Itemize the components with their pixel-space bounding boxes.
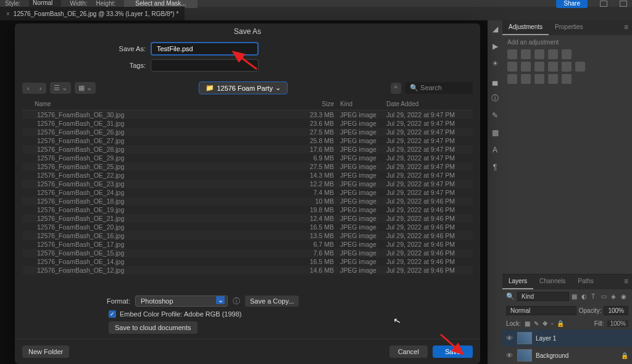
adj-exposure-icon[interactable] [548,49,558,59]
file-row[interactable]: 12576_FoamBash_OE_29.jpg6.9 MBJPEG image… [22,154,473,162]
play-icon[interactable]: ▶ [490,41,500,51]
cancel-button[interactable]: Cancel [389,345,428,358]
forward-icon[interactable]: › [35,83,47,94]
adjustments-tab[interactable]: Adjustments [502,20,549,35]
adj-gradient-icon[interactable] [548,74,558,84]
visibility-icon[interactable]: 👁 [506,352,514,359]
file-row[interactable]: 12576_FoamBash_OE_17.jpg6.7 MBJPEG image… [22,240,473,249]
file-row[interactable]: 12576_FoamBash_OE_23.jpg12.2 MBJPEG imag… [22,180,473,188]
info-icon[interactable]: ⓘ [490,93,500,103]
adj-invert-icon[interactable] [507,74,517,84]
adj-mixer-icon[interactable] [562,62,572,72]
layer-item-background[interactable]: 👁 Background 🔒 [502,347,632,364]
col-kind[interactable]: Kind [334,101,386,107]
visibility-icon[interactable]: 👁 [506,334,514,342]
panel-menu-icon[interactable]: ≡ [620,20,632,35]
search-icon[interactable]: 🔍 [506,292,515,300]
adj-vibrance-icon[interactable] [562,49,572,59]
adj-hue-icon[interactable] [507,62,517,72]
file-row[interactable]: 12576_FoamBash_OE_30.jpg23.3 MBJPEG imag… [22,110,473,119]
format-select[interactable]: Photoshop [135,296,228,307]
file-row[interactable]: 12576_FoamBash_OE_16.jpg13.5 MBJPEG imag… [22,231,473,240]
file-row[interactable]: 12576_FoamBash_OE_25.jpg27.5 MBJPEG imag… [22,162,473,171]
share-button[interactable]: Share [556,0,588,8]
file-row[interactable]: 12576_FoamBash_OE_15.jpg7.6 MBJPEG image… [22,249,473,257]
window-icon-2[interactable] [620,1,627,7]
brush-icon[interactable]: ✎ [490,110,500,120]
file-row[interactable]: 12576_FoamBash_OE_20.jpg16.5 MBJPEG imag… [22,223,473,231]
save-cloud-button[interactable]: Save to cloud documents [109,321,198,334]
layer-thumbnail[interactable] [517,332,532,344]
col-size[interactable]: Size [291,101,334,107]
fill-select[interactable]: 100% [607,320,628,327]
checkbox-checked-icon[interactable]: ✓ [109,310,116,318]
lock-all-icon[interactable]: ▦ [525,320,530,327]
window-icon[interactable] [600,1,607,7]
adj-posterize-icon[interactable] [521,74,531,84]
expand-icon[interactable]: ◢ [490,24,500,34]
layers-tab[interactable]: Layers [502,275,533,289]
layers-menu-icon[interactable]: ≡ [620,275,632,289]
layer-item-1[interactable]: 👁 Layer 1 [502,329,632,347]
filename-input[interactable] [151,42,259,56]
filter-smart-icon[interactable]: ◈ [611,293,618,300]
lock-icon[interactable]: 🔒 [557,320,564,327]
filter-pixel-icon[interactable]: ▦ [572,293,579,300]
document-tab[interactable]: × 12576_FoamBash_OE_26.jpg @ 33.3% (Laye… [0,7,185,20]
embed-profile-row[interactable]: ✓ Embed Color Profile: Adobe RGB (1998) [109,310,473,318]
filter-adj-icon[interactable]: ◐ [581,293,589,300]
adj-selective-icon[interactable] [562,74,572,84]
file-row[interactable]: 12576_FoamBash_OE_27.jpg25.8 MBJPEG imag… [22,136,473,145]
folder-select[interactable]: 📁 12576 Foam Party ⌄ [199,81,288,94]
adj-brightness-icon[interactable] [507,49,517,59]
lock-artboard-icon[interactable]: ▫ [551,320,554,327]
file-row[interactable]: 12576_FoamBash_OE_18.jpg10 MBJPEG imageJ… [22,197,473,205]
file-row[interactable]: 12576_FoamBash_OE_14.jpg16.5 MBJPEG imag… [22,257,473,266]
filter-type-icon[interactable]: T [591,293,599,300]
adj-lookup-icon[interactable] [575,62,585,72]
paths-tab[interactable]: Paths [572,275,600,289]
opacity-select[interactable]: 100% [604,306,628,315]
info-icon[interactable]: ⓘ [233,296,240,307]
file-row[interactable]: 12576_FoamBash_OE_21.jpg12.4 MBJPEG imag… [22,214,473,223]
lock-icon[interactable]: 🔒 [621,352,628,359]
adj-photofilter-icon[interactable] [548,62,558,72]
filter-toggle-icon[interactable]: ◉ [621,293,628,300]
file-row[interactable]: 12576_FoamBash_OE_19.jpg19.8 MBJPEG imag… [22,205,473,214]
save-button[interactable]: Save [433,345,473,358]
histogram-icon[interactable]: ▄ [490,76,500,86]
file-row[interactable]: 12576_FoamBash_OE_24.jpg7.4 MBJPEG image… [22,188,473,197]
close-icon[interactable]: × [6,10,10,17]
properties-tab[interactable]: Properties [549,20,589,35]
adj-levels-icon[interactable] [521,49,531,59]
lock-position-icon[interactable]: ✥ [543,320,547,327]
filter-kind-select[interactable]: Kind [517,292,569,301]
file-row[interactable]: 12576_FoamBash_OE_26.jpg27.5 MBJPEG imag… [22,128,473,136]
tags-input[interactable] [151,59,259,72]
file-row[interactable]: 12576_FoamBash_OE_28.jpg17.6 MBJPEG imag… [22,145,473,154]
lock-pixel-icon[interactable]: ✎ [534,320,539,327]
swatch-icon[interactable]: ▦ [490,128,500,138]
type-icon[interactable]: A [490,145,500,155]
file-row[interactable]: 12576_FoamBash_OE_31.jpg23.6 MBJPEG imag… [22,119,473,128]
collapse-button[interactable]: ^ [391,83,401,94]
blend-mode-select[interactable]: Normal [506,306,576,315]
sun-icon[interactable]: ☀ [490,59,500,68]
file-row[interactable]: 12576_FoamBash_OE_22.jpg14.3 MBJPEG imag… [22,171,473,180]
view-grid-button[interactable]: ▦ ⌄ [75,82,96,94]
file-row[interactable]: 12576_FoamBash_OE_12.jpg14.6 MBJPEG imag… [22,266,473,275]
adj-bw-icon[interactable] [534,62,544,72]
adj-curves-icon[interactable] [534,49,544,59]
back-icon[interactable]: ‹ [22,83,35,94]
col-date[interactable]: Date Added [386,101,473,107]
file-browser[interactable]: Name Size Kind Date Added 12576_FoamBash… [15,98,480,291]
channels-tab[interactable]: Channels [533,275,572,289]
paragraph-icon[interactable]: ¶ [490,162,500,172]
new-folder-button[interactable]: New Folder [22,345,69,358]
layer-thumbnail[interactable] [517,349,532,362]
filter-shape-icon[interactable]: ▭ [601,293,609,300]
search-input[interactable]: 🔍 Search [405,82,473,94]
view-list-button[interactable]: ☰ ⌄ [50,82,71,94]
col-name[interactable]: Name [22,101,291,107]
adj-threshold-icon[interactable] [534,74,544,84]
